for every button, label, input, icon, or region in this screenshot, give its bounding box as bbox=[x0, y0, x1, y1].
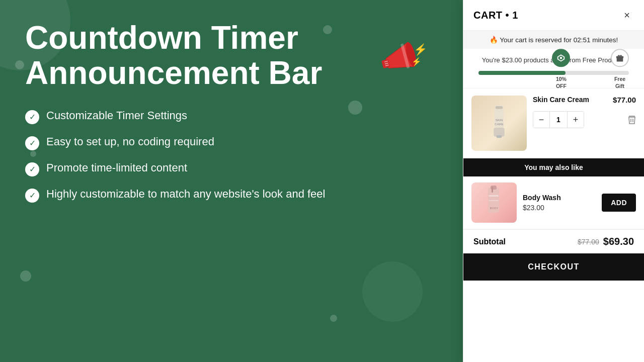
svg-rect-19 bbox=[492, 187, 493, 193]
hero-title: Countdown Timer Announcement Bar bbox=[25, 20, 438, 91]
also-like-header: You may also like bbox=[463, 158, 644, 176]
dot-1 bbox=[15, 60, 24, 69]
svg-rect-18 bbox=[491, 186, 497, 190]
svg-rect-21 bbox=[489, 200, 499, 201]
svg-rect-20 bbox=[489, 195, 499, 197]
item-name: Skin Care Cream bbox=[533, 96, 589, 104]
item-row-bottom: − 1 + bbox=[533, 111, 636, 128]
dot-4 bbox=[330, 315, 337, 322]
qty-value: 1 bbox=[549, 112, 568, 128]
item-details: Skin Care Cream $77.00 − 1 + bbox=[533, 96, 636, 128]
cart-title: CART • 1 bbox=[473, 10, 518, 21]
item-price: $77.00 bbox=[613, 96, 636, 104]
feature-item-3: ✓ Promote time-limited content bbox=[25, 161, 438, 176]
close-cart-button[interactable]: × bbox=[620, 8, 634, 22]
progress-bar-wrapper: 10%OFF FreeGift bbox=[478, 71, 629, 75]
cart-item: SKIN CARE Skin Care Cream $77.00 − 1 + bbox=[463, 88, 644, 158]
feature-item-4: ✓ Highly customizable to match any websi… bbox=[25, 188, 438, 203]
svg-rect-10 bbox=[616, 56, 623, 58]
discount-icon bbox=[552, 49, 570, 67]
suggestion-details: Body Wash $23.00 bbox=[523, 194, 596, 212]
subtotal-original-price: $77.00 bbox=[578, 238, 599, 246]
gift-icon bbox=[611, 49, 629, 67]
subtotal-label: Subtotal bbox=[473, 237, 506, 246]
cart-panel: CART • 1 × 🔥 Your cart is reserved for 0… bbox=[463, 0, 644, 362]
timer-banner: 🔥 Your cart is reserved for 02:51 minute… bbox=[463, 31, 644, 49]
subtotal-final-price: $69.30 bbox=[603, 236, 634, 247]
milestone1-label: 10%OFF bbox=[556, 76, 567, 90]
quantity-controls: − 1 + bbox=[533, 111, 584, 128]
subtotal-prices: $77.00 $69.30 bbox=[578, 236, 634, 247]
feature-item-1: ✓ Customizable Timer Settings bbox=[25, 109, 438, 124]
milestone-discount: 10%OFF bbox=[552, 56, 570, 90]
feature-list: ✓ Customizable Timer Settings ✓ Easy to … bbox=[25, 109, 438, 203]
dot-3 bbox=[20, 270, 31, 282]
add-suggestion-button[interactable]: ADD bbox=[602, 194, 636, 212]
item-image-bg: SKIN CARE bbox=[471, 96, 527, 151]
suggestion-price: $23.00 bbox=[523, 204, 596, 212]
svg-point-8 bbox=[560, 57, 562, 59]
cart-header: CART • 1 × bbox=[463, 0, 644, 31]
check-icon-4: ✓ bbox=[25, 189, 39, 203]
delete-item-button[interactable] bbox=[628, 116, 636, 127]
svg-rect-16 bbox=[497, 135, 502, 138]
svg-text:BODY: BODY bbox=[490, 207, 498, 210]
suggestion-image: BODY bbox=[471, 183, 517, 223]
feature-item-2: ✓ Easy to set up, no coding required bbox=[25, 135, 438, 150]
item-name-price: Skin Care Cream $77.00 bbox=[533, 96, 636, 104]
decrease-qty-button[interactable]: − bbox=[533, 112, 549, 128]
increase-qty-button[interactable]: + bbox=[568, 112, 584, 128]
check-icon-2: ✓ bbox=[25, 136, 39, 150]
svg-text:CARE: CARE bbox=[495, 123, 503, 126]
progress-section: You're $23.00 products away from Free Pr… bbox=[463, 49, 644, 88]
suggestion-name: Body Wash bbox=[523, 194, 596, 202]
milestone2-label: FreeGift bbox=[614, 76, 625, 90]
left-panel: Countdown Timer Announcement Bar bbox=[0, 0, 463, 362]
item-image: SKIN CARE bbox=[471, 96, 527, 151]
progress-track: 10%OFF FreeGift bbox=[478, 71, 629, 75]
svg-rect-9 bbox=[617, 58, 623, 62]
svg-rect-13 bbox=[496, 106, 503, 109]
subtotal-row: Subtotal $77.00 $69.30 bbox=[463, 229, 644, 253]
also-like-item: BODY Body Wash $23.00 ADD bbox=[463, 176, 644, 229]
svg-text:SKIN: SKIN bbox=[496, 118, 503, 122]
milestone-gift: FreeGift bbox=[611, 56, 629, 90]
check-icon-3: ✓ bbox=[25, 162, 39, 176]
checkout-button[interactable]: CHECKOUT bbox=[463, 253, 644, 281]
check-icon-1: ✓ bbox=[25, 110, 39, 124]
